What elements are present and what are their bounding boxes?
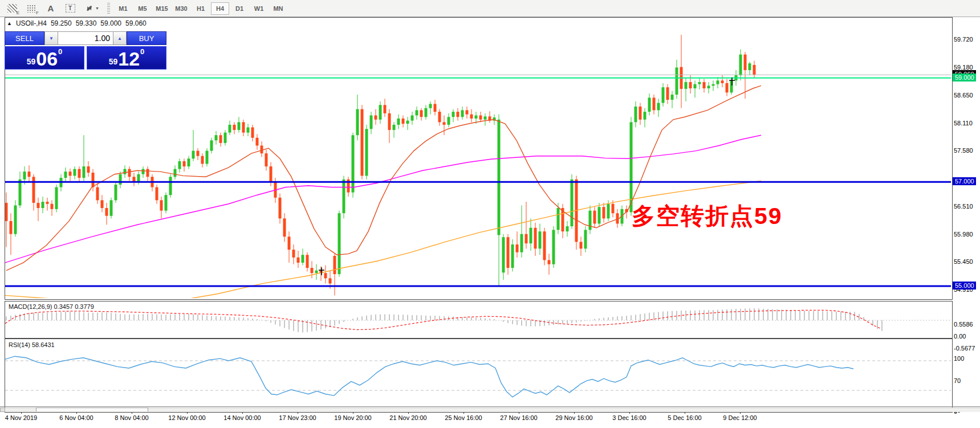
toolbar-grip[interactable] [107,3,110,14]
collapse-triangle-icon[interactable]: ▲ [7,21,12,26]
rsi-tick-label: 70 [954,377,961,384]
chevron-down-icon: ▼ [49,36,54,41]
bottom-tab-strip [0,406,980,428]
timeframe-button-D1[interactable]: D1 [230,2,249,15]
buy-price-small: 59 [109,58,118,66]
sell-price-small: 59 [27,58,36,66]
trading-terminal-window: E F A T ▼ M1M5M15M30H1H4D1W1MN MACD(12 [0,0,980,428]
sell-price-big: 06 [36,50,58,68]
price-tick-label: 57.580 [954,147,973,154]
indicators-icon-letter: E [17,10,19,15]
price-tick-label: 55.980 [954,231,973,238]
sell-button[interactable]: SELL [5,31,44,45]
grid-icon-letter: F [36,10,39,15]
window-corner [0,407,5,412]
volume-decrease-button[interactable]: ▼ [44,31,58,45]
quote-open: 59.250 [51,19,72,27]
arrows-tool-icon[interactable]: ▼ [82,2,101,15]
macd-label: MACD(12,26,9) 0.3457 0.3779 [9,303,94,310]
timeframe-button-H1[interactable]: H1 [192,2,210,15]
timeframe-bar: M1M5M15M30H1H4D1W1MN [113,2,288,15]
macd-chart [5,301,951,337]
one-click-trading-panel: SELL ▼ 1.00 ▲ BUY 59 06 0 59 12 0 [5,31,166,70]
buy-price-box[interactable]: 59 12 0 [87,46,166,70]
rsi-panel[interactable]: RSI(14) 58.6431 [5,339,953,413]
indicators-icon[interactable]: E [5,2,19,15]
price-tick-label: 58.650 [954,92,973,99]
quote-high: 59.330 [76,19,97,27]
symbol-timeframe: USOil-,H4 [16,19,47,27]
quote-low: 59.000 [100,19,121,27]
price-level-badge: 57.000 [953,177,976,185]
price-level-badge: 59.000 [953,74,976,81]
volume-increase-button[interactable]: ▲ [113,31,127,45]
rsi-label: RSI(14) 58.6431 [9,341,55,348]
timeframe-button-W1[interactable]: W1 [250,2,268,15]
sell-price-sup: 0 [58,48,62,55]
chevron-up-icon: ▲ [117,36,122,41]
chart-annotation-text[interactable]: 多空转折点59 [632,201,783,232]
price-tick-label: 58.110 [954,120,973,127]
timeframe-button-M30[interactable]: M30 [172,2,190,15]
buy-button[interactable]: BUY [127,31,166,45]
sell-price-box[interactable]: 59 06 0 [5,46,84,70]
quote-line: ▲ USOil-,H4 59.250 59.330 59.000 59.060 [7,19,147,27]
buy-price-big: 12 [118,50,140,68]
chevron-down-icon: ▼ [95,6,99,10]
timeframe-button-H4[interactable]: H4 [211,2,229,15]
timeframe-button-M5[interactable]: M5 [133,2,152,15]
chart-tab[interactable] [36,407,148,411]
price-tick-label: 55.450 [954,258,973,265]
quote-close: 59.060 [125,19,147,27]
volume-input[interactable]: 1.00 [58,31,113,45]
rsi-tick-label: 100 [954,355,964,362]
top-toolbar: E F A T ▼ M1M5M15M30H1H4D1W1MN [0,0,980,17]
macd-tick-label: -0.5677 [954,345,975,352]
grid-icon[interactable]: F [24,2,39,15]
macd-tick-label: 0.00 [954,333,966,340]
macd-panel[interactable]: MACD(12,26,9) 0.3457 0.3779 [5,301,953,339]
price-tick-label: 56.510 [954,203,973,210]
price-tick-label: 59.720 [954,36,973,43]
rsi-chart [5,339,951,411]
buy-price-sup: 0 [140,48,144,55]
timeframe-button-M1[interactable]: M1 [114,2,132,15]
timeframe-button-MN[interactable]: MN [269,2,287,15]
chart-window: MACD(12,26,9) 0.3457 0.3779 RSI(14) 58.6… [0,17,980,423]
text-box-icon[interactable]: T [63,2,78,15]
price-level-badge: 55.000 [953,282,976,290]
timeframe-button-M15[interactable]: M15 [153,2,171,15]
text-label-icon[interactable]: A [43,2,58,15]
macd-tick-label: 0.5586 [954,321,973,328]
